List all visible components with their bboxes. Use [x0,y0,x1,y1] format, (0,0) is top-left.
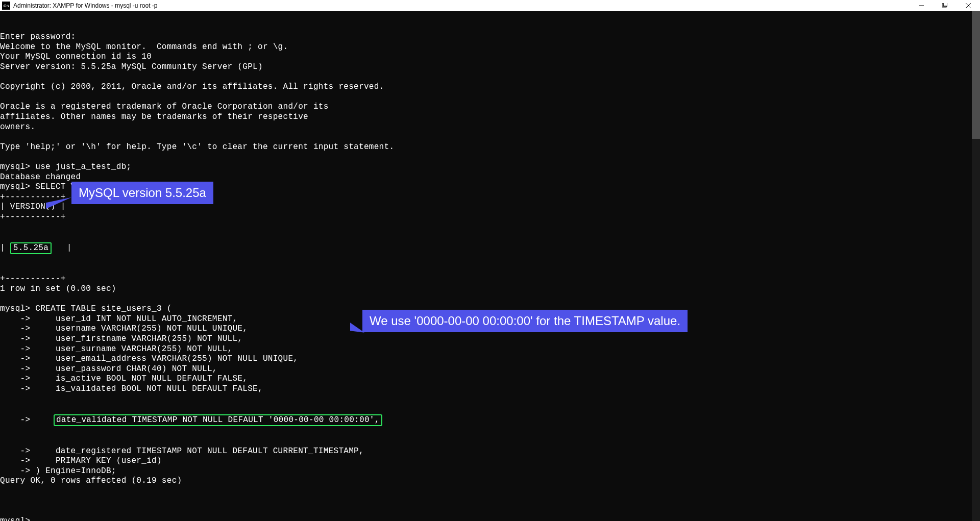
terminal-line [0,152,980,162]
terminal-line [0,72,980,83]
terminal-output[interactable]: Enter password:Welcome to the MySQL moni… [0,11,980,521]
window-title: Administrator: XAMPP for Windows - mysql… [12,2,910,9]
terminal-line: +-----------+ [0,274,980,284]
terminal-line: owners. [0,122,980,133]
terminal-line: -> user_surname VARCHAR(255) NOT NULL, [0,344,980,355]
prompt-line: mysql> [0,516,980,521]
timestamp-highlight: date_validated TIMESTAMP NOT NULL DEFAUL… [54,414,382,427]
terminal-line: Enter password: [0,32,980,42]
terminal-line: mysql> use just_a_test_db; [0,162,980,172]
version-highlight: 5.5.25a [10,242,52,255]
window-titlebar: C:\ Administrator: XAMPP for Windows - m… [0,0,980,11]
callout-version: MySQL version 5.5.25a [71,182,213,204]
window-controls [910,0,980,11]
minimize-button[interactable] [910,0,933,11]
scroll-thumb[interactable] [972,11,980,139]
terminal-line: Copyright (c) 2000, 2011, Oracle and/or … [0,82,980,92]
cmd-icon: C:\ [2,2,10,10]
terminal-line: Type 'help;' or '\h' for help. Type '\c'… [0,142,980,153]
terminal-line: Your MySQL connection id is 10 [0,52,980,62]
terminal-line: Welcome to the MySQL monitor. Commands e… [0,42,980,53]
terminal-line [0,486,980,497]
svg-rect-2 [943,3,947,6]
terminal-line: +-----------+ [0,212,980,222]
terminal-line: -> user_password CHAR(40) NOT NULL, [0,364,980,375]
terminal-line: -> user_firstname VARCHAR(255) NOT NULL, [0,334,980,344]
close-button[interactable] [957,0,980,11]
terminal-line: 1 row in set (0.00 sec) [0,284,980,294]
terminal-line: -> is_active BOOL NOT NULL DEFAULT FALSE… [0,374,980,384]
terminal-line [0,92,980,103]
terminal-line: -> user_email_address VARCHAR(255) NOT N… [0,354,980,364]
terminal-line: Server version: 5.5.25a MySQL Community … [0,62,980,72]
terminal-line [0,294,980,305]
terminal-line: -> PRIMARY KEY (user_id) [0,456,980,466]
version-row: | 5.5.25a | [0,242,980,255]
terminal-line: Query OK, 0 rows affected (0.19 sec) [0,476,980,486]
callout-timestamp: We use '0000-00-00 00:00:00' for the TIM… [362,310,688,332]
terminal-line: Oracle is a registered trademark of Orac… [0,102,980,112]
terminal-line: affiliates. Other names may be trademark… [0,112,980,122]
terminal-line: -> date_registered TIMESTAMP NOT NULL DE… [0,446,980,457]
maximize-button[interactable] [933,0,957,11]
vertical-scrollbar[interactable] [972,11,980,521]
terminal-line: Database changed [0,172,980,183]
terminal-line: -> is_validated BOOL NOT NULL DEFAULT FA… [0,384,980,394]
highlighted-sql-line: -> date_validated TIMESTAMP NOT NULL DEF… [0,414,980,427]
terminal-line: -> ) Engine=InnoDB; [0,466,980,477]
terminal-line [0,132,980,142]
